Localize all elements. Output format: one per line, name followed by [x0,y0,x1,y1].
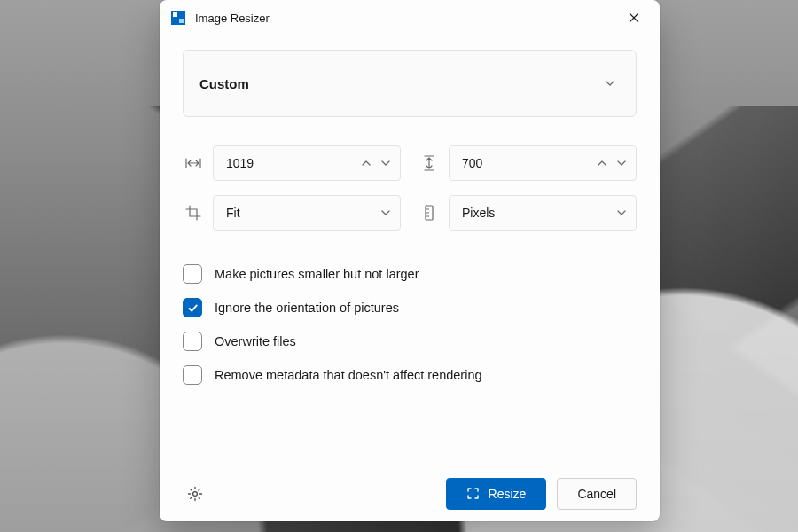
chevron-down-icon [380,207,391,218]
width-increase-button[interactable] [361,158,372,168]
height-input[interactable]: 700 [449,145,637,181]
chevron-down-icon [604,77,616,90]
svg-point-4 [193,491,198,496]
checkbox[interactable] [183,365,202,385]
dialog-footer: Resize Cancel [160,465,660,521]
window-title: Image Resizer [195,12,270,25]
height-icon [419,155,440,171]
crop-icon [183,205,204,221]
unit-select[interactable]: Pixels [449,195,637,231]
option-smaller-only[interactable]: Make pictures smaller but not larger [183,264,637,284]
fit-select[interactable]: Fit [213,195,401,231]
chevron-down-icon [616,207,627,218]
profile-label: Custom [200,76,249,91]
option-label: Make pictures smaller but not larger [215,267,419,281]
resize-icon [466,487,480,500]
width-decrease-button[interactable] [380,158,391,168]
settings-button[interactable] [183,481,207,506]
ruler-icon [419,205,440,221]
cancel-label: Cancel [577,487,616,501]
option-label: Ignore the orientation of pictures [215,301,399,315]
option-overwrite[interactable]: Overwrite files [183,332,637,351]
width-input[interactable]: 1019 [213,145,401,181]
height-value: 700 [462,156,597,170]
app-icon [170,10,186,26]
width-value: 1019 [226,156,361,170]
height-increase-button[interactable] [597,158,607,168]
svg-rect-2 [179,19,184,23]
height-decrease-button[interactable] [616,158,627,168]
option-remove-metadata[interactable]: Remove metadata that doesn't affect rend… [183,365,637,385]
option-label: Remove metadata that doesn't affect rend… [215,368,482,382]
checkbox[interactable] [183,332,202,351]
profile-select[interactable]: Custom [183,50,637,117]
image-resizer-dialog: Image Resizer Custom 1019 [160,0,660,521]
option-ignore-orientation[interactable]: Ignore the orientation of pictures [183,298,637,317]
title-bar: Image Resizer [160,0,660,35]
resize-button[interactable]: Resize [446,478,547,510]
dialog-body: Custom 1019 [160,35,660,465]
resize-label: Resize [489,487,527,501]
unit-value: Pixels [462,206,616,220]
svg-rect-1 [173,12,177,17]
fit-value: Fit [226,206,380,220]
option-label: Overwrite files [215,334,296,348]
cancel-button[interactable]: Cancel [557,478,637,510]
checkbox[interactable] [183,298,202,317]
options-group: Make pictures smaller but not larger Ign… [183,264,637,385]
checkbox[interactable] [183,264,202,284]
close-button[interactable] [614,4,654,32]
width-icon [183,157,204,169]
